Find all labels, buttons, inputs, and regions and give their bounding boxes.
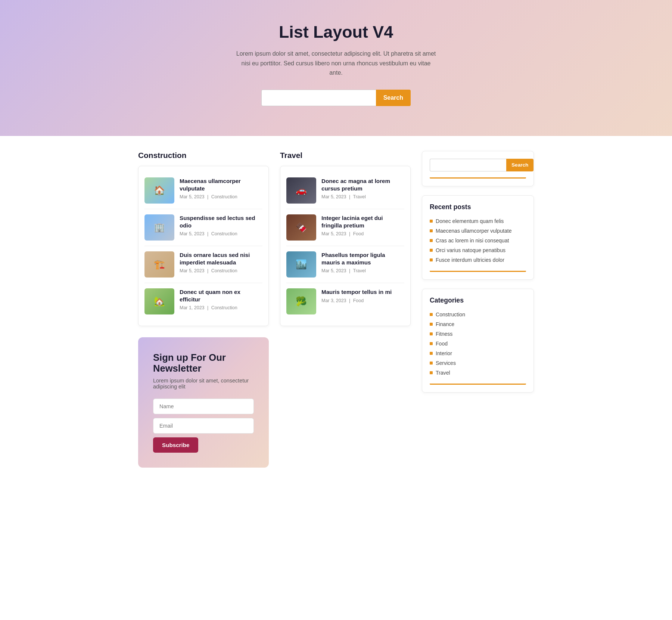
hero-search-button[interactable]: Search <box>376 90 411 106</box>
category-food-bullet <box>430 342 433 345</box>
sidebar-recent-posts-widget: Recent posts Donec elementum quam felis … <box>422 195 534 280</box>
recent-post-2[interactable]: Maecenas ullamcorper vulputate <box>430 226 526 236</box>
recent-post-5-bullet <box>430 258 433 261</box>
sidebar-search-input[interactable] <box>430 159 506 171</box>
travel-post-list: 🚗 Donec ac magna at lorem cursus pretium… <box>280 166 411 326</box>
category-interior-bullet <box>430 352 433 355</box>
construction-post-4-meta: Mar 1, 2023 | Construction <box>180 305 262 310</box>
hero-description: Lorem ipsum dolor sit amet, consectetur … <box>235 49 437 78</box>
category-fitness-label: Fitness <box>436 331 452 337</box>
recent-post-5[interactable]: Fusce interdum ultricies dolor <box>430 255 526 265</box>
travel-post-3: 🏙️ Phasellus tempor ligula mauris a maxi… <box>286 246 404 283</box>
category-services-bullet <box>430 362 433 365</box>
travel-post-1: 🚗 Donec ac magna at lorem cursus pretium… <box>286 172 404 209</box>
sidebar-search-widget: Search <box>422 151 534 186</box>
category-construction-bullet <box>430 313 433 316</box>
recent-post-2-label: Maecenas ullamcorper vulputate <box>436 228 511 234</box>
travel-post-4-meta: Mar 3, 2023 | Food <box>321 298 404 303</box>
categories-title: Categories <box>430 297 526 304</box>
recent-posts-title: Recent posts <box>430 203 526 211</box>
category-food[interactable]: Food <box>430 339 526 348</box>
sidebar-categories-widget: Categories Construction Finance Fitness … <box>422 289 534 393</box>
construction-post-3: 🏗️ Duis ornare lacus sed nisi imperdiet … <box>144 246 262 283</box>
sidebar: Search Recent posts Donec elementum quam… <box>422 151 534 468</box>
travel-post-4-thumb: 🥦 <box>286 288 316 314</box>
category-interior-label: Interior <box>436 350 452 356</box>
recent-post-1-bullet <box>430 220 433 223</box>
construction-post-2: 🏢 Suspendisse sed lectus sed odio Mar 5,… <box>144 209 262 246</box>
travel-post-1-thumb: 🚗 <box>286 177 316 204</box>
category-services-label: Services <box>436 360 456 366</box>
travel-section-title: Travel <box>280 151 411 160</box>
category-travel[interactable]: Travel <box>430 368 526 378</box>
recent-post-3-label: Cras ac lorem in nisi consequat <box>436 238 509 244</box>
categories-divider <box>430 384 526 385</box>
construction-post-list: 🏠 Maecenas ullamcorper vulputate Mar 5, … <box>138 166 269 326</box>
travel-post-1-title: Donec ac magna at lorem cursus pretium <box>321 177 404 192</box>
recent-post-4-label: Orci varius natoque penatibus <box>436 247 505 253</box>
construction-post-3-thumb: 🏗️ <box>144 251 174 278</box>
construction-post-2-thumb: 🏢 <box>144 214 174 241</box>
construction-post-4: 🏡 Donec ut quam non ex efficitur Mar 1, … <box>144 283 262 320</box>
construction-post-4-thumb: 🏡 <box>144 288 174 314</box>
recent-post-4-bullet <box>430 249 433 252</box>
recent-posts-divider <box>430 271 526 272</box>
recent-post-3-bullet <box>430 239 433 242</box>
travel-post-3-thumb: 🏙️ <box>286 251 316 278</box>
travel-post-4: 🥦 Mauris tempor tellus in mi Mar 3, 2023… <box>286 283 404 320</box>
hero-search-form: Search <box>261 90 411 106</box>
newsletter-section: Sign up For Our Newsletter Lorem ipsum d… <box>138 337 269 468</box>
category-food-label: Food <box>436 341 448 347</box>
travel-post-3-title: Phasellus tempor ligula mauris a maximus <box>321 251 404 266</box>
category-interior[interactable]: Interior <box>430 348 526 358</box>
construction-post-1-thumb: 🏠 <box>144 177 174 204</box>
newsletter-name-input[interactable] <box>153 399 254 414</box>
construction-post-3-meta: Mar 5, 2023 | Construction <box>180 268 262 273</box>
sidebar-search-form: Search <box>430 159 526 171</box>
construction-post-1: 🏠 Maecenas ullamcorper vulputate Mar 5, … <box>144 172 262 209</box>
category-finance-bullet <box>430 323 433 326</box>
travel-post-2-meta: Mar 5, 2023 | Food <box>321 231 404 236</box>
construction-post-2-title: Suspendisse sed lectus sed odio <box>180 214 262 229</box>
travel-post-2-title: Integer lacinia eget dui fringilla preti… <box>321 214 404 229</box>
construction-post-1-meta: Mar 5, 2023 | Construction <box>180 194 262 199</box>
category-fitness[interactable]: Fitness <box>430 329 526 339</box>
recent-post-5-label: Fusce interdum ultricies dolor <box>436 257 504 263</box>
recent-post-4[interactable]: Orci varius natoque penatibus <box>430 245 526 255</box>
hero-search-input[interactable] <box>261 90 376 106</box>
recent-post-1-label: Donec elementum quam felis <box>436 218 504 224</box>
newsletter-email-input[interactable] <box>153 418 254 434</box>
hero-title: List Layout V4 <box>7 22 665 41</box>
construction-column: Construction 🏠 Maecenas ullamcorper vulp… <box>138 151 269 468</box>
recent-post-1[interactable]: Donec elementum quam felis <box>430 216 526 226</box>
category-travel-label: Travel <box>436 370 450 376</box>
hero-section: List Layout V4 Lorem ipsum dolor sit ame… <box>0 0 672 136</box>
main-content: Construction 🏠 Maecenas ullamcorper vulp… <box>131 136 541 483</box>
newsletter-description: Lorem ipsum dolor sit amet, consectetur … <box>153 378 254 390</box>
category-construction[interactable]: Construction <box>430 310 526 319</box>
travel-post-3-meta: Mar 5, 2023 | Travel <box>321 268 404 273</box>
newsletter-card: Sign up For Our Newsletter Lorem ipsum d… <box>138 337 269 468</box>
travel-post-2: 🍫 Integer lacinia eget dui fringilla pre… <box>286 209 404 246</box>
sidebar-search-button[interactable]: Search <box>506 159 533 171</box>
travel-post-1-meta: Mar 5, 2023 | Travel <box>321 194 404 199</box>
category-services[interactable]: Services <box>430 358 526 368</box>
category-construction-label: Construction <box>436 311 465 317</box>
newsletter-form: Subscribe <box>153 399 254 453</box>
newsletter-title: Sign up For Our Newsletter <box>153 352 254 374</box>
category-fitness-bullet <box>430 332 433 335</box>
construction-section-title: Construction <box>138 151 269 160</box>
category-finance-label: Finance <box>436 321 454 327</box>
construction-post-3-title: Duis ornare lacus sed nisi imperdiet mal… <box>180 251 262 266</box>
sidebar-search-divider <box>430 177 526 179</box>
construction-post-1-title: Maecenas ullamcorper vulputate <box>180 177 262 192</box>
recent-post-3[interactable]: Cras ac lorem in nisi consequat <box>430 236 526 245</box>
construction-post-2-meta: Mar 5, 2023 | Construction <box>180 231 262 236</box>
category-finance[interactable]: Finance <box>430 319 526 329</box>
newsletter-subscribe-button[interactable]: Subscribe <box>153 437 198 453</box>
category-travel-bullet <box>430 371 433 374</box>
travel-post-4-title: Mauris tempor tellus in mi <box>321 288 404 296</box>
travel-column: Travel 🚗 Donec ac magna at lorem cursus … <box>280 151 411 468</box>
travel-post-2-thumb: 🍫 <box>286 214 316 241</box>
recent-post-2-bullet <box>430 229 433 232</box>
